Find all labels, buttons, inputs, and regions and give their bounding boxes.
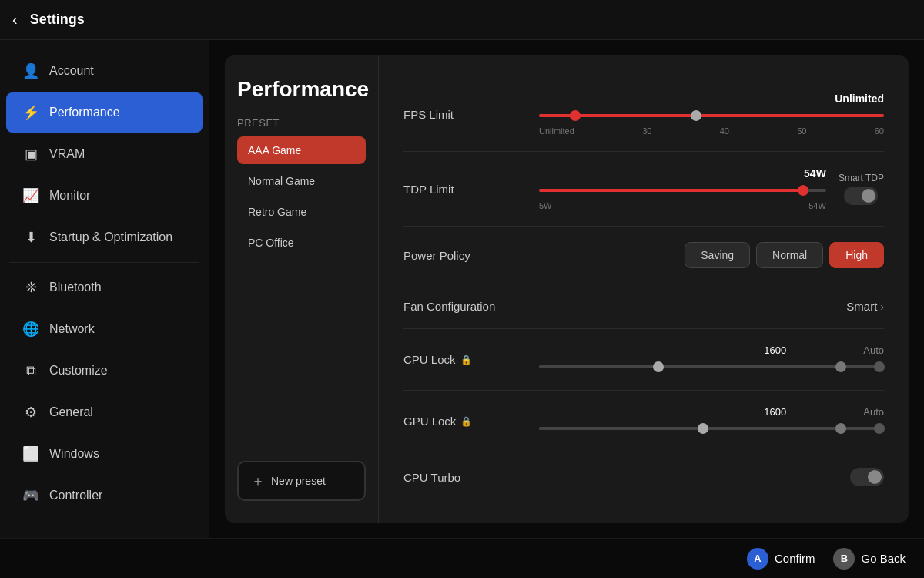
settings-panel: Performance Preset AAA GameNormal GameRe… <box>225 55 909 523</box>
startup-icon: ⬇ <box>22 228 40 247</box>
sidebar-item-account[interactable]: 👤Account <box>6 51 203 91</box>
chevron-right-icon: › <box>880 301 884 313</box>
fps-slider-labels: Unlimited 30 40 50 60 <box>539 126 884 136</box>
sidebar-item-general[interactable]: ⚙General <box>6 392 203 432</box>
monitor-icon: 📈 <box>22 187 40 205</box>
a-button-icon: A <box>747 548 768 570</box>
account-icon: 👤 <box>22 62 40 80</box>
gpu-lock-label: GPU Lock 🔒 <box>403 415 527 428</box>
sidebar-label-performance: Performance <box>49 106 120 119</box>
sidebar-item-startup[interactable]: ⬇Startup & Optimization <box>6 217 203 257</box>
power-normal-btn[interactable]: Normal <box>756 242 823 268</box>
settings-column: FPS Limit Unlimited <box>379 55 909 523</box>
fps-limit-label: FPS Limit <box>403 108 527 121</box>
fan-config-label: Fan Configuration <box>403 300 527 313</box>
tdp-limit-row: TDP Limit 54W 5W 5 <box>403 152 884 227</box>
content-area: Performance Preset AAA GameNormal GameRe… <box>209 40 924 538</box>
fan-config-row: Fan Configuration Smart › <box>403 284 884 329</box>
sidebar-item-customize[interactable]: ⧉Customize <box>6 351 203 391</box>
smart-tdp-toggle[interactable] <box>844 187 878 205</box>
header: ‹ Settings <box>0 0 924 40</box>
tdp-limit-label: TDP Limit <box>403 183 527 196</box>
fps-slider-wrapper: Unlimited Unlimited 30 40 <box>539 92 884 136</box>
cpu-turbo-toggle[interactable] <box>850 468 884 486</box>
header-title: Settings <box>30 12 85 28</box>
gpu-lock-val2: Auto <box>863 406 884 418</box>
cpu-turbo-label: CPU Turbo <box>403 471 527 484</box>
new-preset-button[interactable]: ＋ New preset <box>237 461 366 501</box>
gpu-lock-track[interactable] <box>539 421 884 436</box>
sidebar-label-windows: Windows <box>49 447 99 461</box>
footer: A Confirm B Go Back <box>0 538 924 578</box>
sidebar-label-customize: Customize <box>49 364 108 378</box>
gpu-lock-slider: 1600 Auto <box>539 406 884 436</box>
fps-limit-row: FPS Limit Unlimited <box>403 77 884 152</box>
fps-slider-track[interactable] <box>539 108 884 123</box>
back-button[interactable]: ‹ <box>12 11 18 29</box>
panel-title: Performance <box>237 77 366 102</box>
gpu-lock-val1: 1600 <box>764 406 786 418</box>
fan-config-value[interactable]: Smart › <box>846 300 884 313</box>
cpu-lock-val1: 1600 <box>764 344 786 356</box>
preset-pc-office[interactable]: PC Office <box>237 229 366 257</box>
performance-icon: ⚡ <box>22 103 40 122</box>
bluetooth-icon: ❊ <box>22 278 40 297</box>
cpu-lock-val2: Auto <box>863 344 884 356</box>
sidebar: 👤Account⚡Performance▣VRAM📈Monitor⬇Startu… <box>0 40 209 538</box>
b-button-icon: B <box>833 548 855 570</box>
tdp-slider-wrapper: 54W 5W 54W <box>539 167 826 210</box>
sidebar-label-account: Account <box>49 64 94 78</box>
sidebar-item-performance[interactable]: ⚡Performance <box>6 92 203 133</box>
sidebar-label-controller: Controller <box>49 489 102 502</box>
cpu-lock-slider: 1600 Auto <box>539 344 884 375</box>
sidebar-item-vram[interactable]: ▣VRAM <box>6 134 203 174</box>
sidebar-label-monitor: Monitor <box>49 189 90 203</box>
cpu-lock-row: CPU Lock 🔒 1600 Auto <box>403 329 884 391</box>
sidebar-label-general: General <box>49 405 93 419</box>
general-icon: ⚙ <box>22 403 40 422</box>
sidebar-item-windows[interactable]: ⬜Windows <box>6 434 203 474</box>
vram-icon: ▣ <box>22 145 40 163</box>
cpu-lock-label: CPU Lock 🔒 <box>403 353 527 366</box>
sidebar-item-monitor[interactable]: 📈Monitor <box>6 176 203 216</box>
preset-normal-game[interactable]: Normal Game <box>237 167 366 195</box>
power-saving-btn[interactable]: Saving <box>685 242 750 268</box>
fps-value: Unlimited <box>835 92 884 105</box>
gpu-lock-icon: 🔒 <box>460 416 472 427</box>
go-back-button[interactable]: B Go Back <box>833 548 906 570</box>
confirm-button[interactable]: A Confirm <box>747 548 815 570</box>
confirm-label: Confirm <box>775 552 815 565</box>
plus-icon: ＋ <box>251 472 265 490</box>
power-policy-buttons: Saving Normal High <box>685 242 884 268</box>
gpu-lock-row: GPU Lock 🔒 1600 Auto <box>403 391 884 452</box>
presets-column: Performance Preset AAA GameNormal GameRe… <box>225 55 379 523</box>
preset-section-label: Preset <box>237 117 366 129</box>
sidebar-label-startup: Startup & Optimization <box>49 230 172 244</box>
network-icon: 🌐 <box>22 320 40 338</box>
new-preset-label: New preset <box>271 475 326 487</box>
cpu-lock-icon: 🔒 <box>460 355 472 365</box>
power-policy-label: Power Policy <box>403 249 527 262</box>
sidebar-label-bluetooth: Bluetooth <box>49 281 102 294</box>
power-policy-row: Power Policy Saving Normal High <box>403 227 884 284</box>
cpu-lock-track[interactable] <box>539 359 884 375</box>
sidebar-item-bluetooth[interactable]: ❊Bluetooth <box>6 267 203 307</box>
windows-icon: ⬜ <box>22 445 40 463</box>
cpu-turbo-row: CPU Turbo <box>403 452 884 502</box>
tdp-value: 54W <box>804 167 826 180</box>
sidebar-label-vram: VRAM <box>49 147 85 161</box>
sidebar-item-controller[interactable]: 🎮Controller <box>6 476 203 516</box>
tdp-slider-track[interactable] <box>539 183 826 198</box>
preset-aaa-game[interactable]: AAA Game <box>237 136 366 164</box>
customize-icon: ⧉ <box>22 361 40 380</box>
tdp-slider-labels: 5W 54W <box>539 201 826 210</box>
sidebar-item-network[interactable]: 🌐Network <box>6 309 203 349</box>
go-back-label: Go Back <box>861 552 906 565</box>
preset-retro-game[interactable]: Retro Game <box>237 198 366 226</box>
main-layout: 👤Account⚡Performance▣VRAM📈Monitor⬇Startu… <box>0 40 924 538</box>
sidebar-label-network: Network <box>49 322 95 336</box>
smart-tdp-section: Smart TDP <box>839 173 884 205</box>
controller-icon: 🎮 <box>22 486 40 505</box>
power-high-btn[interactable]: High <box>829 242 884 268</box>
smart-tdp-label: Smart TDP <box>839 173 884 183</box>
